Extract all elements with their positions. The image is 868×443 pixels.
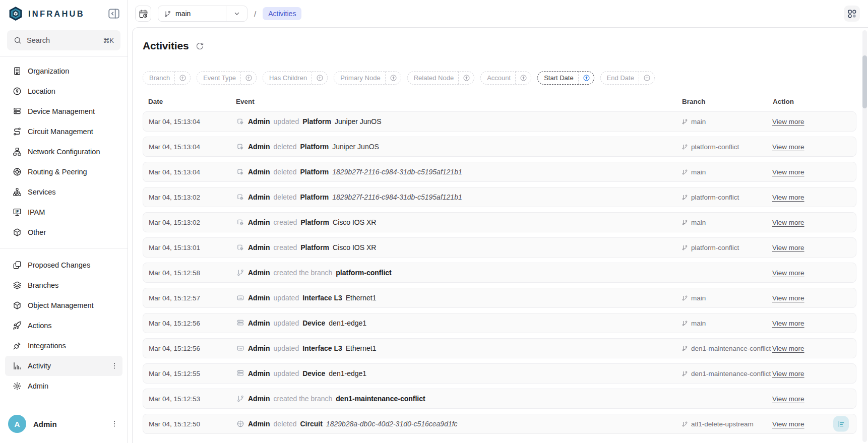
filter-event-type[interactable]: Event Type [197, 71, 257, 85]
view-more-link[interactable]: View more [772, 194, 804, 201]
event-cell: AdminupdatedDeviceden1-edge1 [236, 369, 681, 377]
sidebar-item-proposed-changes[interactable]: Proposed Changes [5, 255, 122, 275]
event-object-name: 1829b28a-db0c-40d2-31d0-c516cea9d1fc [326, 420, 458, 428]
sidebar-item-circuit-management[interactable]: Circuit Management [5, 121, 122, 142]
view-more-link[interactable]: View more [772, 143, 804, 151]
search-placeholder: Search [27, 36, 50, 44]
time-travel-button[interactable] [135, 6, 151, 22]
view-more-link[interactable]: View more [772, 370, 804, 377]
event-object-name[interactable]: Ethernet1 [346, 344, 377, 352]
event-object-name[interactable]: den1-maintenance-conflict [336, 395, 425, 403]
view-more-link[interactable]: View more [772, 269, 804, 277]
sidebar-item-admin[interactable]: Admin [5, 376, 122, 396]
event-object-name[interactable]: den1-edge1 [329, 319, 366, 327]
sidebar-item-network-configuration[interactable]: Network Configuration [5, 142, 122, 162]
search-input[interactable]: Search ⌘K [7, 30, 120, 50]
sidebar-item-location[interactable]: Location [5, 81, 122, 101]
event-cell: AdmindeletedCircuit1829b28a-db0c-40d2-31… [236, 420, 681, 428]
scrollbar-thumb[interactable] [862, 55, 867, 108]
sidebar-item-integrations[interactable]: Integrations [5, 336, 122, 356]
view-more-link[interactable]: View more [772, 118, 804, 125]
sidebar-item-device-management[interactable]: Device Management [5, 101, 122, 121]
event-actor: Admin [248, 218, 270, 226]
server-icon [236, 369, 244, 377]
event-object-name[interactable]: Juniper JunOS [335, 117, 382, 125]
view-more-link[interactable]: View more [772, 219, 804, 226]
filter-add-icon[interactable] [639, 72, 654, 84]
sidebar-item-ipam[interactable]: IPIPAM [5, 202, 122, 222]
schema-explorer-button[interactable] [844, 6, 860, 22]
branch-name: den1-maintenance-conflict [691, 370, 771, 377]
sidebar-item-object-management[interactable]: Object Management [5, 295, 122, 315]
sidebar-item-label: IPAM [28, 208, 45, 216]
event-verb: updated [274, 369, 299, 377]
event-cell: AdmincreatedPlatformCisco IOS XR [236, 243, 681, 251]
branch-cell: den1-maintenance-conflict [681, 345, 772, 352]
event-object-type: Platform [302, 117, 331, 125]
event-cell: AdmindeletedPlatformJuniper JunOS [236, 143, 681, 151]
event-verb: deleted [274, 420, 297, 428]
date-cell: Mar 04, 15:13:04 [149, 168, 236, 176]
event-object-name[interactable]: Ethernet1 [346, 294, 377, 302]
filter-add-icon[interactable] [458, 72, 474, 84]
filter-related-node[interactable]: Related Node [407, 71, 475, 85]
git-branch-icon [681, 244, 688, 251]
breadcrumb-current[interactable]: Activities [263, 7, 301, 20]
date-cell: Mar 04, 15:13:04 [149, 143, 236, 151]
filter-end-date[interactable]: End Date [600, 71, 655, 85]
sidebar-item-label: Proposed Changes [28, 261, 90, 269]
filter-start-date[interactable]: Start Date [537, 71, 594, 85]
branch-cell: main [681, 118, 772, 125]
date-cell: Mar 04, 15:13:01 [149, 244, 236, 251]
route-icon [13, 127, 22, 136]
git-branch-icon [164, 10, 171, 18]
sidebar-item-branches[interactable]: Branches [5, 275, 122, 295]
date-cell: Mar 04, 15:12:56 [149, 345, 236, 352]
filter-add-icon[interactable] [385, 72, 401, 84]
sidebar-item-other[interactable]: Other [5, 222, 122, 242]
branch-selector[interactable]: main [158, 6, 247, 22]
sidebar-item-organization[interactable]: Organization [5, 61, 122, 81]
view-more-link[interactable]: View more [772, 168, 804, 176]
event-object-name[interactable]: Cisco IOS XR [333, 218, 376, 226]
filter-add-icon[interactable] [240, 72, 256, 84]
event-object-name[interactable]: Cisco IOS XR [333, 243, 376, 251]
hierarchy-panel-button[interactable] [833, 416, 849, 432]
filter-add-icon[interactable] [578, 72, 594, 84]
sidebar-item-actions[interactable]: Actions [5, 315, 122, 336]
filter-primary-node[interactable]: Primary Node [334, 71, 401, 85]
filter-branch[interactable]: Branch [143, 71, 191, 85]
item-kebab-icon[interactable] [110, 362, 118, 370]
filter-add-icon[interactable] [174, 72, 190, 84]
refresh-button[interactable] [196, 42, 204, 50]
sidebar-item-services[interactable]: Services [5, 182, 122, 202]
event-actor: Admin [248, 243, 270, 251]
filter-has-children[interactable]: Has Children [263, 71, 328, 85]
git-branch-icon [681, 118, 688, 125]
view-more-link[interactable]: View more [772, 244, 804, 251]
building-icon [13, 67, 22, 76]
collapse-sidebar-icon[interactable] [107, 7, 120, 20]
user-name: Admin [33, 420, 103, 428]
view-more-link[interactable]: View more [772, 320, 804, 327]
event-cell: AdmindeletedPlatform1829b27f-2116-c984-3… [236, 193, 681, 201]
event-object-name[interactable]: platform-conflict [336, 269, 391, 277]
filter-account[interactable]: Account [480, 71, 531, 85]
user-kebab-icon[interactable] [110, 420, 118, 428]
globe-icon [13, 167, 22, 176]
event-actor: Admin [248, 269, 270, 277]
date-cell: Mar 04, 15:13:02 [149, 194, 236, 201]
sidebar-item-activity[interactable]: Activity [5, 356, 122, 376]
view-more-link[interactable]: View more [772, 395, 804, 403]
logo-row: INFRAHUB [0, 0, 128, 27]
view-more-link[interactable]: View more [772, 294, 804, 302]
event-object-name[interactable]: den1-edge1 [329, 369, 366, 377]
filter-label: Has Children [263, 74, 312, 82]
filter-add-icon[interactable] [515, 72, 531, 84]
sidebar-item-routing-peering[interactable]: Routing & Peering [5, 162, 122, 182]
view-more-link[interactable]: View more [772, 345, 804, 352]
sidebar-item-label: Location [28, 87, 55, 95]
user-menu[interactable]: A Admin [0, 409, 128, 443]
view-more-link[interactable]: View more [772, 420, 804, 428]
filter-add-icon[interactable] [312, 72, 327, 84]
